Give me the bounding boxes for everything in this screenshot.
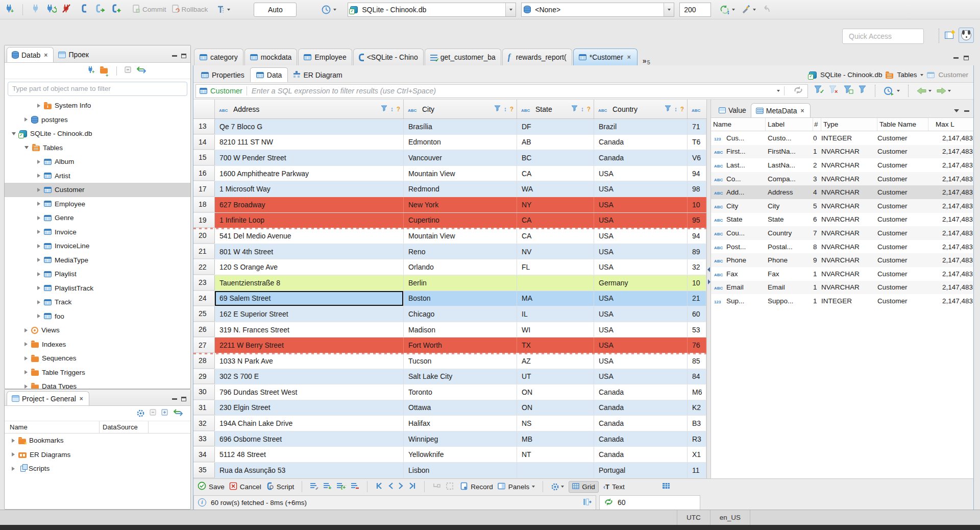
editor-tab[interactable]: mockdata (244, 49, 298, 65)
tab-value[interactable]: Value (714, 103, 751, 117)
tree-item[interactable]: Album (5, 155, 190, 169)
cell-address[interactable]: 1 Infinite Loop (215, 213, 404, 228)
table-row[interactable]: 13 Qe 7 Bloco G Brasília DF Brazil 71 (193, 119, 706, 135)
tree-item[interactable]: Employee (5, 197, 190, 211)
metadata-maxlength-cell[interactable]: 2,147,483 (928, 134, 973, 142)
cell-city[interactable]: Winnipeg (404, 431, 517, 447)
editor-subtab[interactable]: Properties (195, 67, 250, 82)
brush-icon[interactable] (741, 5, 756, 15)
cell-country[interactable]: Canada (594, 416, 688, 431)
cell-state[interactable]: ON (517, 400, 594, 416)
metadata-row[interactable]: Add... Address 4 NVARCHAR Customer 2,147… (711, 185, 973, 199)
metadata-table-cell[interactable]: Customer (877, 134, 928, 142)
row-number-cell[interactable]: 28 (193, 353, 215, 369)
table-row[interactable]: 26 319 N. Frances Street Madison WI USA … (193, 322, 706, 338)
cell-postalcode-partial[interactable]: 11 (688, 463, 706, 478)
cell-postalcode-partial[interactable]: 60 (688, 306, 706, 322)
expand-arrow-icon[interactable] (37, 286, 40, 290)
metadata-type-cell[interactable]: NVARCHAR (821, 215, 877, 223)
tab-project-general[interactable]: Project - General (7, 391, 89, 405)
project-tree-item[interactable]: Scripts (5, 462, 190, 476)
cell-country[interactable]: USA (594, 259, 688, 275)
duplicate-row-icon[interactable]: (+) (336, 482, 346, 491)
breadcrumb-tables[interactable]: Tables (897, 71, 917, 79)
add-row-icon[interactable]: + (323, 482, 332, 491)
cell-city[interactable]: Lisbon (404, 463, 517, 478)
cell-city[interactable]: Mountain View (404, 166, 517, 181)
breadcrumb-db[interactable]: SQLite - Chinook.db (820, 71, 883, 79)
save-button[interactable]: Save (198, 481, 225, 492)
table-row[interactable]: 20 541 Del Medio Avenue Mountain View CA… (193, 228, 706, 244)
schema-combo[interactable]: <None> (521, 3, 674, 17)
cell-country[interactable]: USA (594, 369, 688, 384)
sort-icon[interactable]: ↕ (581, 106, 584, 113)
metadata-type-cell[interactable]: INTEGER (821, 134, 877, 142)
metadata-name-cell[interactable]: Cus... (711, 134, 766, 142)
cell-address[interactable]: 1033 N Park Ave (215, 353, 404, 369)
cell-country[interactable]: Germany (594, 275, 688, 291)
metadata-row[interactable]: Cou... Country 7 NVARCHAR Customer 2,147… (711, 226, 973, 240)
fetch-structure-icon[interactable] (582, 498, 592, 508)
cell-address[interactable]: 696 Osborne Street (215, 431, 404, 447)
metadata-type-cell[interactable]: NVARCHAR (821, 161, 877, 169)
cell-state[interactable]: CA (517, 213, 594, 228)
metadata-name-cell[interactable]: Sup... (711, 297, 766, 305)
metadata-row[interactable]: Phone Phone 9 NVARCHAR Customer 2,147,48… (711, 253, 973, 267)
cell-country[interactable]: Canada (594, 384, 688, 400)
metadata-name-cell[interactable]: Co... (711, 175, 766, 183)
tree-item[interactable]: InvoiceLine (5, 239, 190, 253)
tree-item[interactable]: Views (5, 323, 190, 338)
metadata-label-cell[interactable]: Phone (766, 256, 813, 264)
column-header-datasource[interactable]: DataSource (100, 421, 149, 433)
cell-state[interactable]: CA (517, 166, 594, 181)
metadata-type-cell[interactable]: NVARCHAR (821, 283, 877, 291)
editor-subtab[interactable]: ER Diagram (288, 67, 348, 82)
cell-postalcode-partial[interactable]: 10 (688, 197, 706, 212)
cell-country[interactable]: USA (594, 181, 688, 197)
metadata-type-cell[interactable]: NVARCHAR (821, 148, 877, 155)
cell-country[interactable]: USA (594, 166, 688, 181)
expand-arrow-icon[interactable] (24, 370, 28, 374)
expand-icon[interactable] (161, 409, 168, 418)
cell-state[interactable]: IL (517, 306, 594, 322)
metadata-table-cell[interactable]: Customer (877, 175, 928, 183)
cell-country[interactable]: Canada (594, 150, 688, 165)
tab-projects[interactable]: Проек (54, 47, 93, 62)
tree-item[interactable]: foo (5, 309, 190, 324)
prev-row-icon[interactable] (387, 482, 394, 491)
metadata-row[interactable]: Post... Postal... 8 NVARCHAR Customer 2,… (711, 240, 973, 254)
metadata-label-cell[interactable]: City (766, 202, 813, 210)
history-clock-icon[interactable] (321, 5, 336, 15)
table-row[interactable]: 27 2211 W Berry Street Fort Worth TX USA… (193, 338, 706, 353)
table-row[interactable]: 25 162 E Superior Street Chicago IL USA … (193, 306, 706, 322)
metadata-maxlength-cell[interactable]: 2,147,483 (928, 229, 973, 237)
metadata-table-cell[interactable]: Customer (877, 256, 928, 264)
filter-apply-icon[interactable]: ✓ (814, 85, 824, 97)
cell-country[interactable]: Portugal (594, 463, 688, 478)
metadata-table-cell[interactable]: Customer (877, 243, 928, 251)
sort-icon[interactable]: ↕ (390, 106, 394, 113)
auto-refresh-clock-icon[interactable] (884, 86, 900, 96)
metadata-maxlength-cell[interactable]: 2,147,483 (928, 256, 973, 264)
row-number-cell[interactable]: 14 (193, 135, 215, 150)
cell-city[interactable]: Redmond (404, 181, 517, 197)
metadata-name-cell[interactable]: Add... (711, 188, 766, 196)
tree-item[interactable]: Invoice (5, 225, 190, 239)
metadata-type-cell[interactable]: NVARCHAR (821, 202, 877, 210)
next-result-arrow-icon[interactable] (936, 87, 951, 94)
tree-item[interactable]: System Info (5, 99, 190, 113)
quick-access-input[interactable]: Quick Access (842, 29, 924, 44)
metadata-label-cell[interactable]: State (766, 215, 813, 223)
table-row[interactable]: 24 69 Salem Street Boston MA USA 21 (193, 291, 706, 307)
close-icon[interactable] (799, 107, 805, 114)
row-number-cell[interactable]: 32 (193, 416, 215, 431)
row-number-cell[interactable]: 16 (193, 166, 215, 181)
grid-view-button[interactable]: Grid (569, 481, 599, 493)
table-row[interactable]: 23 Tauentzienstraße 8 Berlin Germany 10 (193, 275, 706, 291)
cell-postalcode-partial[interactable]: 94 (688, 228, 706, 244)
sql-filter-input[interactable]: Customer Enter a SQL expression to filte… (195, 84, 808, 98)
collapse-all-icon[interactable] (125, 66, 132, 76)
tree-item[interactable]: Playlist (5, 267, 190, 281)
cell-city[interactable]: Edmonton (404, 135, 517, 150)
tab-metadata[interactable]: MetaData (751, 103, 811, 117)
